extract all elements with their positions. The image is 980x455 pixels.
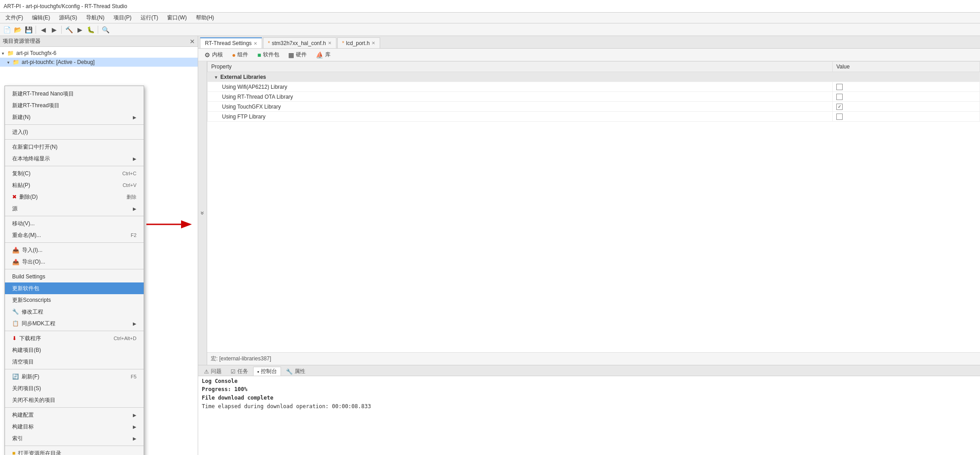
menu-nav[interactable]: 导航(N) (82, 13, 108, 23)
cm-folder-icon: ■ (12, 450, 15, 455)
hardware-icon: ▦ (288, 51, 294, 59)
group-external-libraries-label: ▾ External Libraries (208, 72, 980, 82)
toolbar-search[interactable]: 🔍 (100, 25, 110, 35)
toolbar-run[interactable]: ▶ (75, 25, 85, 35)
tree-item-project[interactable]: ▾ 📁 art-pi-touchfx: [Active - Debug] (0, 58, 198, 67)
menu-project[interactable]: 项目(P) (110, 13, 135, 23)
cm-move[interactable]: 移动(V)... (5, 218, 144, 229)
prop-touchgfx-checkbox[interactable]: ✓ (836, 104, 843, 110)
cm-sep-3 (5, 166, 144, 166)
cm-close-project[interactable]: 关闭项目(S) (5, 382, 144, 394)
prop-wifi-value[interactable] (832, 82, 980, 92)
toolbar-new[interactable]: 📄 (2, 25, 12, 35)
cm-paste[interactable]: 粘贴(P) Ctrl+V (5, 179, 144, 191)
cm-delete[interactable]: ✖ 删除(D) 删除 (5, 191, 144, 203)
menu-run[interactable]: 运行(T) (137, 13, 162, 23)
prop-touchgfx-value[interactable]: ✓ (832, 102, 980, 112)
cm-update-scons[interactable]: 更新Sconscripts (5, 294, 144, 306)
context-menu: 新建RT-Thread Nano项目 新建RT-Thread项目 新建(N) ▶… (5, 86, 144, 455)
cm-build-config[interactable]: 构建配置 ▶ (5, 409, 144, 421)
prop-ftp-value[interactable] (832, 112, 980, 122)
prop-ota-checkbox[interactable] (836, 94, 843, 100)
tab-rt-settings[interactable]: RT-Thread Settings ✕ (200, 37, 262, 48)
bottom-panel: ⚠ 问题 ☑ 任务 ▪ 控制台 🔧 属性 Log Console Pro (198, 365, 980, 455)
menu-edit[interactable]: 编辑(E) (28, 13, 54, 23)
toolbar-library[interactable]: ⛵ 库 (313, 50, 333, 59)
toolbar-build[interactable]: 🔨 (64, 25, 74, 35)
bottom-tab-tasks[interactable]: ☑ 任务 (227, 367, 252, 376)
tree-arrow-root: ▾ (2, 51, 7, 56)
cm-sep-8 (5, 369, 144, 369)
right-panel: RT-Thread Settings ✕ * stm32h7xx_hal_con… (198, 36, 980, 455)
library-icon: ⛵ (316, 51, 323, 59)
cm-rename[interactable]: 重命名(M)... F2 (5, 229, 144, 241)
cm-index[interactable]: 索引 ▶ (5, 432, 144, 444)
toolbar-save[interactable]: 💾 (23, 25, 33, 35)
cm-close-unrelated[interactable]: 关闭不相关的项目 (5, 394, 144, 406)
cm-new-n[interactable]: 新建(N) ▶ (5, 111, 144, 123)
cm-wrench-icon: 🔧 (12, 309, 19, 315)
cm-refresh[interactable]: 🔄 刷新(F) F5 (5, 371, 144, 382)
group-collapse-arrow[interactable]: ▾ (215, 75, 217, 80)
toolbar-packages[interactable]: ■ 软件包 (254, 50, 281, 59)
bottom-tab-properties[interactable]: 🔧 属性 (282, 367, 309, 376)
toolbar-forward[interactable]: ▶ (49, 25, 59, 35)
menu-window[interactable]: 窗口(W) (163, 13, 190, 23)
tree-item-root[interactable]: ▾ 📁 art-pi Touchgfx-6 (0, 49, 198, 58)
bottom-tab-problems[interactable]: ⚠ 问题 (200, 367, 226, 376)
panel-header: 项目资源管理器 ✕ (0, 36, 198, 47)
cm-enter[interactable]: 进入(I) (5, 126, 144, 138)
cm-arrow-build-target: ▶ (133, 424, 136, 429)
toolbar-component[interactable]: ● 组件 (229, 50, 251, 59)
cm-export[interactable]: 📤 导出(O)... (5, 256, 144, 268)
tab-hal-conf[interactable]: * stm32h7xx_hal_conf.h ✕ (263, 37, 336, 48)
cm-new-nano[interactable]: 新建RT-Thread Nano项目 (5, 88, 144, 100)
menu-source[interactable]: 源码(S) (55, 13, 81, 23)
log-area: Log Console Progress: 100% File download… (198, 376, 980, 455)
cm-download[interactable]: ⬇ 下载程序 Ctrl+Alt+D (5, 332, 144, 344)
tab-lcd-close[interactable]: ✕ (372, 41, 375, 46)
collapse-sidebar-btn[interactable]: » (198, 61, 207, 365)
cm-source[interactable]: 源 ▶ (5, 203, 144, 214)
tab-hal-modified-icon: * (268, 40, 270, 46)
menu-help[interactable]: 帮助(H) (192, 13, 218, 23)
panel-close-btn[interactable]: ✕ (190, 38, 195, 45)
tree-label-root: art-pi Touchgfx-6 (16, 50, 56, 56)
cm-clean-project[interactable]: 清空项目 (5, 356, 144, 368)
prop-row-ftp: Using FTP Library (208, 112, 980, 122)
cm-copy[interactable]: 复制(C) Ctrl+C (5, 168, 144, 179)
cm-open-new-window[interactable]: 在新窗口中打开(N) (5, 141, 144, 153)
left-panel: 项目资源管理器 ✕ ▾ 📁 art-pi Touchgfx-6 ▾ 📁 art-… (0, 36, 198, 455)
tab-lcd-port[interactable]: * lcd_port.h ✕ (337, 37, 380, 48)
menu-file[interactable]: 文件(F) (2, 13, 27, 23)
cm-open-folder[interactable]: ■ 打开资源所在目录 (5, 447, 144, 455)
cm-paste-shortcut: Ctrl+V (122, 182, 136, 188)
bottom-tab-console[interactable]: ▪ 控制台 (253, 367, 281, 376)
tab-hal-close[interactable]: ✕ (328, 41, 331, 46)
tab-hal-label: stm32h7xx_hal_conf.h (272, 40, 326, 46)
prop-wifi-checkbox[interactable] (836, 84, 843, 90)
cm-import[interactable]: 📥 导入(I)... (5, 244, 144, 256)
cm-update-packages[interactable]: 更新软件包 (5, 282, 144, 294)
prop-row-ota: Using RT-Thread OTA Library (208, 92, 980, 102)
toolbar-back[interactable]: ◀ (38, 25, 48, 35)
settings-status-text: 宏: [external-libraries387] (211, 355, 271, 363)
cm-build-settings[interactable]: Build Settings (5, 271, 144, 282)
prop-ota-value[interactable] (832, 92, 980, 102)
cm-build-project[interactable]: 构建项目(B) (5, 344, 144, 356)
editor-tab-bar: RT-Thread Settings ✕ * stm32h7xx_hal_con… (198, 36, 980, 49)
toolbar-kernel[interactable]: ⚙ 内核 (202, 50, 226, 59)
toolbar-sep-3 (98, 26, 98, 34)
prop-ftp-checkbox[interactable] (836, 114, 843, 120)
cm-sync-mdk[interactable]: 📋 同步MDK工程 ▶ (5, 318, 144, 329)
cm-arrow-index: ▶ (133, 436, 136, 441)
toolbar-hardware[interactable]: ▦ 硬件 (286, 50, 309, 59)
toolbar-debug[interactable]: 🐛 (86, 25, 95, 35)
cm-show-terminal[interactable]: 在本地终端显示 ▶ (5, 153, 144, 164)
cm-modify-project[interactable]: 🔧 修改工程 (5, 306, 144, 318)
cm-new-rt[interactable]: 新建RT-Thread项目 (5, 100, 144, 111)
tab-rt-settings-close[interactable]: ✕ (254, 41, 257, 46)
cm-build-target[interactable]: 构建目标 ▶ (5, 421, 144, 432)
toolbar-open[interactable]: 📂 (13, 25, 23, 35)
tab-rt-settings-label: RT-Thread Settings (205, 40, 252, 46)
